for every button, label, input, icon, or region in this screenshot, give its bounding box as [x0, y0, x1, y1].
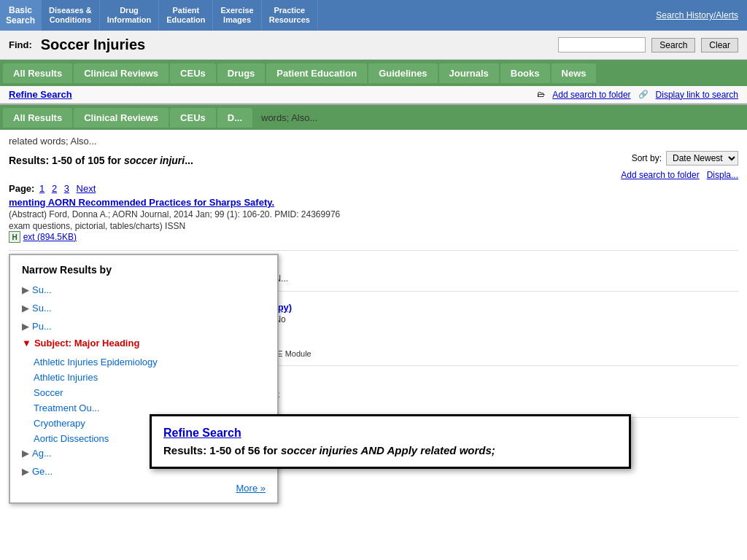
content-area: related words; Also... Results: 1-50 of … [0, 130, 747, 560]
result-1-meta: (Abstract) Ford, Donna A.; AORN Journal,… [9, 209, 738, 219]
result-1-fulltext-link[interactable]: ext (894.5KB) [23, 232, 77, 242]
result-1-title[interactable]: menting AORN Recommended Practices for S… [9, 197, 738, 208]
tab-news[interactable]: News [551, 63, 597, 83]
refine-search-popup: Refine Search Results: 1-50 of 56 for so… [150, 414, 631, 469]
narrow-section-label[interactable]: ▶ Pu... [22, 319, 266, 333]
refine-search-popup-count: Results: 1-50 of 56 for soccer injuries … [163, 444, 617, 456]
clear-button[interactable]: Clear [701, 38, 738, 52]
narrow-item-treatment[interactable]: Treatment Ou... [22, 400, 266, 416]
find-label: Find: [9, 39, 32, 50]
search-query-display: Soccer Injuries [41, 36, 145, 53]
top-navigation: Basic Search Diseases & Conditions Drug … [0, 0, 747, 31]
second-tab-bar: All Results Clinical Reviews CEUs D... w… [0, 104, 747, 130]
nav-diseases-conditions[interactable]: Diseases & Conditions [42, 0, 100, 31]
narrow-results-title: Narrow Results by [22, 264, 266, 276]
narrow-section-su2: ▶ Su... [22, 301, 266, 315]
search-input[interactable] [558, 37, 646, 52]
refine-search-link[interactable]: Refine Search [9, 89, 72, 100]
page-next-link[interactable]: Next [77, 183, 96, 194]
narrow-section-su1: ▶ Su... [22, 283, 266, 297]
narrow-section-label[interactable]: ▶ Su... [22, 283, 266, 297]
add-to-folder-link[interactable]: Add search to folder [552, 90, 630, 100]
result-item: menting AORN Recommended Practices for S… [9, 197, 738, 251]
related-words-bar: words; Also... [254, 112, 744, 123]
narrow-section-label[interactable]: ▶ Su... [22, 301, 266, 315]
refine-search-popup-title[interactable]: Refine Search [163, 427, 617, 440]
tab-guidelines[interactable]: Guidelines [368, 63, 437, 83]
tab2-all-results[interactable]: All Results [3, 108, 72, 128]
more-link[interactable]: More » [22, 483, 266, 494]
main-tab-bar: All Results Clinical Reviews CEUs Drugs … [0, 60, 747, 86]
pagination: Page: 1 2 3 Next [9, 183, 738, 194]
search-bar: Find: Soccer Injuries Search Clear [0, 31, 747, 60]
result-1-tags: exam questions, pictorial, tables/charts… [9, 221, 738, 231]
page-1-link[interactable]: 1 [39, 183, 44, 194]
tab2-ceus[interactable]: CEUs [170, 108, 216, 128]
action-links: 🗁 Add search to folder 🔗 Display link to… [537, 90, 738, 100]
tab-journals[interactable]: Journals [439, 63, 499, 83]
narrow-section-pu: ▶ Pu... [22, 319, 266, 333]
search-button[interactable]: Search [651, 38, 695, 52]
result-1-fulltext: H ext (894.5KB) [9, 231, 738, 243]
tab-all-results[interactable]: All Results [3, 63, 72, 83]
nav-patient-education[interactable]: Patient Education [159, 0, 213, 31]
nav-practice-resources[interactable]: Practice Resources [262, 0, 318, 31]
tab-clinical-reviews[interactable]: Clinical Reviews [74, 63, 169, 83]
sort-select[interactable]: Date Newest Relevance Date Oldest Title [666, 151, 738, 166]
sort-bar: Sort by: Date Newest Relevance Date Olde… [632, 151, 738, 166]
subject-major-heading[interactable]: ▼ Subject: Major Heading [22, 338, 266, 349]
tab-ceus[interactable]: CEUs [170, 63, 216, 83]
page-3-link[interactable]: 3 [64, 183, 69, 194]
results-count: Results: 1-50 of 105 for soccer injuri..… [9, 155, 193, 166]
tab-drugs[interactable]: Drugs [217, 63, 266, 83]
narrow-item-soccer[interactable]: Soccer [22, 385, 266, 400]
page-2-link[interactable]: 2 [52, 183, 57, 194]
tab-patient-education[interactable]: Patient Education [266, 63, 367, 83]
tab2-clinical-reviews[interactable]: Clinical Reviews [74, 108, 169, 128]
tab-books[interactable]: Books [500, 63, 550, 83]
nav-exercise-images[interactable]: Exercise Images [213, 0, 261, 31]
search-history-link[interactable]: Search History/Alerts [656, 0, 747, 31]
display-link-link[interactable]: Display link to search [656, 90, 738, 100]
nav-drug-information[interactable]: Drug Information [100, 0, 160, 31]
tab2-drugs[interactable]: D... [217, 108, 252, 128]
display-link2[interactable]: Displa... [707, 170, 738, 180]
nav-basic-search-label2: Search [6, 15, 35, 26]
nav-basic-search-label: Basic [9, 5, 32, 15]
narrow-item-athletic-epidemiology[interactable]: Athletic Injuries Epidemiology [22, 354, 266, 370]
related-words-bar2: related words; Also... [9, 136, 738, 147]
add-search-folder-link2[interactable]: Add search to folder [621, 170, 699, 180]
nav-basic-search[interactable]: Basic Search [0, 0, 42, 31]
narrow-item-athletic-injuries[interactable]: Athletic Injuries [22, 370, 266, 385]
